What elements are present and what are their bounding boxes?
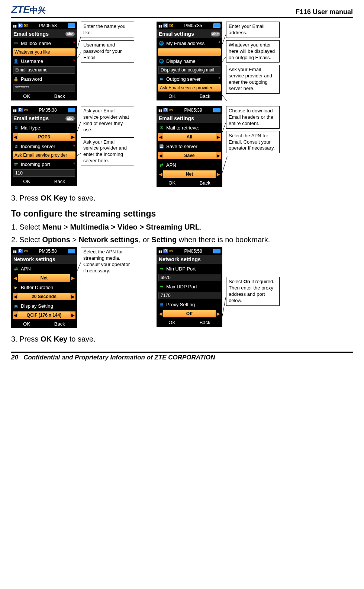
screen-title-bar: Email settings abc xyxy=(157,29,222,38)
field-outgoing-server: Outgoing server* xyxy=(157,74,222,84)
softkey-back[interactable]: Back xyxy=(54,93,65,99)
softkey-back[interactable]: Back xyxy=(200,320,210,325)
softkey-ok[interactable]: OK xyxy=(168,180,175,186)
callouts-email2: Enter your Email address. Whatever you e… xyxy=(226,22,280,96)
brand-cn: 中兴 xyxy=(30,6,45,15)
selector[interactable]: ◀Save▶ xyxy=(158,152,221,159)
right-arrow-icon[interactable]: ▶ xyxy=(70,293,75,300)
right-arrow-icon[interactable]: ▶ xyxy=(216,152,221,159)
field-input[interactable]: ******** xyxy=(13,84,75,92)
envelope-icon xyxy=(169,248,173,254)
screen-title-bar: Network settings xyxy=(157,255,222,264)
envelope-icon xyxy=(169,107,173,113)
softkey-back[interactable]: Back xyxy=(200,180,210,186)
field-value-highlighted[interactable]: Ask Email service provider xyxy=(13,151,75,159)
callout-box: Enter your Email address. xyxy=(226,22,280,38)
selector[interactable]: ◀All▶ xyxy=(158,133,221,141)
step-1-text: 1. Select Menu > Multimedia > Video > St… xyxy=(11,222,353,232)
field-value-highlighted[interactable]: Ask Email service provider xyxy=(158,84,221,92)
left-arrow-icon[interactable]: ◀ xyxy=(158,170,163,178)
port-icon xyxy=(158,284,164,289)
battery-icon xyxy=(68,108,75,112)
field-label: APN xyxy=(21,266,31,272)
roaming-icon: R xyxy=(18,108,23,112)
left-arrow-icon[interactable]: ◀ xyxy=(13,311,18,319)
left-arrow-icon[interactable]: ◀ xyxy=(13,293,18,300)
screen-title-bar: Email settings xyxy=(157,114,222,123)
softkey-back[interactable]: Back xyxy=(54,179,65,184)
right-arrow-icon[interactable]: ▶ xyxy=(216,310,221,317)
buffer-icon xyxy=(13,285,19,290)
field-value-highlighted[interactable] xyxy=(158,48,221,56)
server-icon xyxy=(13,125,19,130)
softkey-bar: OK Back xyxy=(157,92,222,100)
status-bar: RPM05:39 xyxy=(157,106,222,114)
softkey-bar: OKBack xyxy=(157,179,222,187)
right-arrow-icon[interactable]: ▶ xyxy=(70,274,75,282)
status-left: R xyxy=(13,248,28,254)
left-arrow-icon[interactable]: ◀ xyxy=(158,310,163,317)
page-footer: 20 Confidential and Proprietary Informat… xyxy=(11,352,353,361)
required-star: * xyxy=(73,58,75,64)
field-email-address: My Email address* xyxy=(157,38,222,48)
phone-screen-net2: RPM05:58 Network settings Min UDP Port 6… xyxy=(157,247,222,327)
field-input[interactable]: Email username xyxy=(13,66,75,74)
selector[interactable]: ◀POP3▶ xyxy=(13,133,75,141)
field-label: Max UDP Port xyxy=(166,284,197,289)
selector[interactable]: ◀20 Seconds▶ xyxy=(13,293,75,300)
screenshot-row-3: RPM05:58 Network settings APN ◀Net▶ Buff… xyxy=(11,247,353,328)
input-mode-badge: abc xyxy=(65,116,75,121)
options-label: Options xyxy=(42,236,70,244)
right-arrow-icon[interactable]: ▶ xyxy=(216,133,221,141)
field-value-highlighted[interactable]: Whatever you like xyxy=(13,48,75,56)
screen-title: Email settings xyxy=(13,115,49,121)
phone-screen-email1: R PM05:58 Email settings abc Mailbox nam… xyxy=(11,22,77,100)
left-arrow-icon[interactable]: ◀ xyxy=(13,133,18,141)
right-arrow-icon[interactable]: ▶ xyxy=(70,133,75,141)
clock: PM05:35 xyxy=(184,23,202,28)
globe-icon xyxy=(158,41,164,46)
field-input[interactable]: 110 xyxy=(13,169,75,177)
right-arrow-icon[interactable]: ▶ xyxy=(70,311,75,319)
selector[interactable]: ◀Net▶ xyxy=(13,274,75,282)
field-input[interactable]: 7170 xyxy=(158,292,220,299)
envelope-icon xyxy=(24,248,28,254)
page-number: 20 xyxy=(11,354,18,361)
email-screen-3-group: RPM05:38 Email settingsabc Mail type: ◀P… xyxy=(11,106,134,186)
right-arrow-icon[interactable]: ▶ xyxy=(216,170,221,178)
user-icon xyxy=(13,58,19,64)
selector-value: Net xyxy=(163,170,216,178)
text: 2. Select xyxy=(11,236,42,244)
callouts-email3: Ask your Email service provider what kin… xyxy=(81,106,134,168)
left-arrow-icon[interactable]: ◀ xyxy=(158,133,163,141)
selector[interactable]: ◀Net▶ xyxy=(158,170,221,178)
callout-box: Whatever you enter here will be displaye… xyxy=(226,40,280,63)
left-arrow-icon[interactable]: ◀ xyxy=(13,274,18,282)
step-3-text: 3. Press OK Key to save. xyxy=(11,193,353,203)
callout-box: Select the APN for Email. Consult your o… xyxy=(226,131,280,154)
lock-icon xyxy=(13,76,19,81)
softkey-ok[interactable]: OK xyxy=(23,93,30,99)
callouts-email1: Enter the name you like. Username and pa… xyxy=(81,22,134,65)
softkey-ok[interactable]: OK xyxy=(168,320,175,325)
screen-body: Min UDP Port 6970 Max UDP Port 7170 Prox… xyxy=(157,264,222,317)
selector-value: Net xyxy=(18,274,70,282)
softkey-ok[interactable]: OK xyxy=(23,179,30,184)
callout-box: Username and password for your Email xyxy=(81,40,134,63)
field-input[interactable]: Displayed on outgoing mail xyxy=(158,66,220,74)
field-input[interactable]: 6970 xyxy=(158,274,220,281)
softkey-ok[interactable]: OK xyxy=(168,93,175,99)
softkey-back[interactable]: Back xyxy=(54,321,65,327)
callout-box: Ask your Email service provider and ente… xyxy=(226,65,280,94)
softkey-back[interactable]: Back xyxy=(200,93,210,99)
status-left: R xyxy=(158,23,173,28)
brand-text: ZTE xyxy=(11,4,30,15)
selector[interactable]: ◀Off▶ xyxy=(158,310,221,317)
field-apn: APN xyxy=(11,264,77,273)
field-label: Display Setting xyxy=(21,303,53,309)
softkey-ok[interactable]: OK xyxy=(23,321,30,327)
left-arrow-icon[interactable]: ◀ xyxy=(158,152,163,159)
selector[interactable]: ◀QCIF (176 x 144)▶ xyxy=(13,311,75,319)
input-mode-badge: abc xyxy=(211,32,220,36)
battery-icon xyxy=(213,249,220,253)
